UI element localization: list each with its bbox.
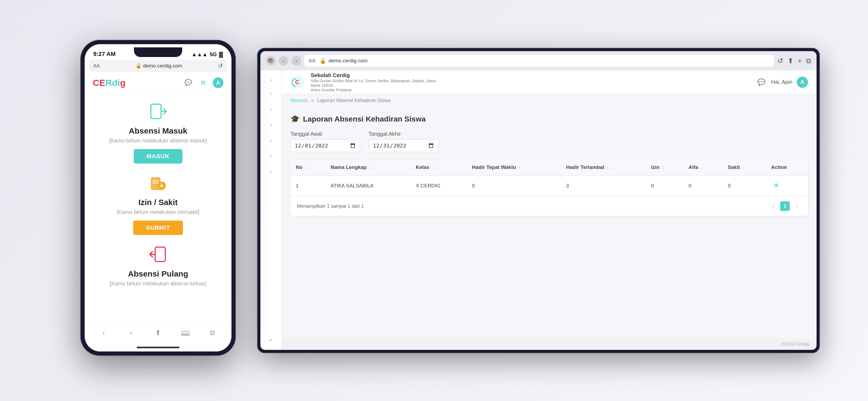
izin-sakit-subtitle: [Kamu belum melakukan izin/sakit] (93, 209, 223, 215)
sidebar-item-3[interactable]: › (265, 118, 278, 132)
phone-content: CERdig 💬 ⊞ A (85, 72, 231, 322)
phone-lock-icon: 🔒 (135, 63, 142, 69)
sidebar-item-siswa[interactable]: › (265, 149, 278, 163)
phone-nav-forward[interactable]: › (124, 326, 137, 340)
table-header-row: No ↕ Nama Lengkap ↕ Kelas ↕ Hadir Tepat … (290, 160, 808, 175)
phone-nav-back[interactable]: ‹ (97, 326, 111, 340)
battery-icon: ▓ (219, 52, 223, 58)
home-bar (136, 347, 180, 348)
breadcrumb-current: Laporan Absensi Kehadiran Siswa (317, 98, 391, 103)
phone-nav-tabs[interactable]: ⧉ (206, 326, 219, 340)
absensi-pulang-section: Absensi Pulang [Kamu belum melakukan abs… (93, 244, 223, 287)
col-action: Action (766, 160, 808, 175)
col-alfa: Alfa ↕ (683, 160, 722, 175)
filter-tanggal-awal-input[interactable] (290, 139, 360, 152)
pagination-prev[interactable]: ‹ (768, 201, 778, 211)
phone-url-bar[interactable]: 🔒 demo.cerdig.com (100, 63, 218, 69)
phone-avatar[interactable]: A (213, 77, 223, 88)
col-nama: Nama Lengkap ↕ (325, 160, 410, 175)
tablet-sidebar: ‹ › › › › › › ✓ (260, 70, 282, 350)
masuk-button[interactable]: MASUK (134, 149, 182, 164)
pagination-current-page[interactable]: 1 (780, 201, 790, 211)
table-row: 1 ATIKA SALSABILA X CERDIG 0 3 0 0 0 (290, 175, 808, 196)
sidebar-item-4[interactable]: › (265, 134, 278, 147)
network-badge: 5G (210, 52, 217, 58)
sort-nama-icon[interactable]: ↕ (369, 165, 371, 170)
tablet-add-tab-icon[interactable]: + (798, 57, 802, 65)
tablet-sidebar-toggle[interactable]: 📚 (266, 56, 275, 66)
phone-aa-label: AA (93, 63, 100, 69)
phone-nav-share[interactable]: ⬆ (151, 326, 165, 340)
tablet-tabs-icon[interactable]: ⧉ (806, 57, 811, 65)
cell-no: 1 (290, 175, 325, 196)
tablet-refresh-icon[interactable]: ↺ (777, 57, 783, 65)
breadcrumb-absensi[interactable]: Absensi (290, 98, 308, 103)
filter-tanggal-akhir-input[interactable] (369, 139, 438, 152)
data-table: No ↕ Nama Lengkap ↕ Kelas ↕ Hadir Tepat … (290, 160, 808, 196)
absensi-masuk-title: Absensi Masuk (93, 126, 223, 135)
phone-nav-bookmarks[interactable]: 📖 (179, 326, 192, 340)
tablet-top-right: 💬 Hai, Apin A (756, 76, 808, 88)
tablet-url-bar[interactable]: AA 🔒 demo.cerdig.com (304, 55, 774, 67)
phone-refresh-icon[interactable]: ↺ (218, 62, 223, 69)
izin-sakit-title: Izin / Sakit (93, 198, 223, 207)
tablet-share-icon[interactable]: ⬆ (787, 57, 794, 65)
sort-no-icon[interactable]: ↕ (305, 165, 307, 170)
tablet-forward-btn[interactable]: › (291, 56, 301, 66)
col-hadir-tepat: Hadir Tepat Waktu ↕ (467, 160, 561, 175)
school-address: Villa Durian Seribu Blok M 14, Duren Ser… (311, 78, 445, 88)
action-view-button[interactable]: 👁 (771, 180, 782, 191)
sidebar-collapse-btn[interactable]: ‹ (268, 75, 274, 85)
izin-sakit-section: Izin / Sakit [Kamu belum melakukan izin/… (93, 172, 223, 235)
sort-kelas-icon[interactable]: ↕ (432, 165, 434, 170)
tablet-page: 🎓 Laporan Absensi Kehadiran Siswa Tangga… (282, 107, 816, 339)
sort-hadir-terlambat-icon[interactable]: ↕ (607, 165, 609, 170)
pagination: ‹ 1 › (768, 201, 802, 211)
phone-whatsapp-icon[interactable]: 💬 (183, 77, 193, 88)
cerdig-logo-phone: CERdig (93, 78, 126, 88)
tablet-device: 📚 ‹ › AA 🔒 demo.cerdig.com ↺ ⬆ + ⧉ (257, 48, 820, 353)
filter-tanggal-akhir-label: Tanggal Akhir (369, 131, 438, 137)
cell-sakit: 0 (722, 175, 766, 196)
filter-tanggal-akhir: Tanggal Akhir (369, 131, 438, 152)
tablet-lock-icon: 🔒 (320, 58, 326, 64)
phone-browser-bar[interactable]: AA 🔒 demo.cerdig.com ↺ (89, 60, 227, 72)
filter-tanggal-awal-label: Tanggal Awal (290, 131, 360, 137)
school-info: Sekolah Cerdig Villa Durian Seribu Blok … (311, 72, 445, 92)
sort-izin-icon[interactable]: ↕ (662, 165, 664, 170)
page-title: Laporan Absensi Kehadiran Siswa (303, 115, 426, 124)
izin-sakit-icon (147, 172, 169, 194)
cell-izin: 0 (646, 175, 683, 196)
phone-status-right: ▲▲▲ 5G ▓ (191, 52, 223, 58)
hai-text: Hai, Apin (771, 79, 793, 85)
absensi-pulang-title: Absensi Pulang (93, 269, 223, 278)
sort-alfa-icon[interactable]: ↕ (701, 165, 703, 170)
sidebar-item-pelajaran[interactable]: › (265, 165, 278, 178)
tablet-browser-actions: ↺ ⬆ + ⧉ (777, 57, 811, 65)
absensi-pulang-subtitle: [Kamu belum melakukan absensi keluar] (93, 280, 223, 287)
phone-grid-icon[interactable]: ⊞ (198, 77, 209, 88)
cell-nama: ATIKA SALSABILA (325, 175, 410, 196)
sidebar-item-1[interactable]: › (265, 87, 278, 101)
sidebar-expand-bottom[interactable]: ✓ (267, 335, 275, 345)
phone-header: CERdig 💬 ⊞ A (93, 77, 223, 93)
table-container: No ↕ Nama Lengkap ↕ Kelas ↕ Hadir Tepat … (290, 160, 808, 216)
cerdig-logo-tablet: C (290, 75, 304, 89)
tablet-inner: 📚 ‹ › AA 🔒 demo.cerdig.com ↺ ⬆ + ⧉ (260, 51, 816, 350)
table-header: No ↕ Nama Lengkap ↕ Kelas ↕ Hadir Tepat … (290, 160, 808, 175)
tablet-top-bar: C Sekolah Cerdig Villa Durian Seribu Blo… (282, 70, 816, 94)
tablet-browser-bar: 📚 ‹ › AA 🔒 demo.cerdig.com ↺ ⬆ + ⧉ (260, 51, 816, 70)
tablet-whatsapp-icon[interactable]: 💬 (756, 77, 767, 88)
sidebar-item-2[interactable]: › (265, 103, 278, 116)
sort-hadir-tepat-icon[interactable]: ↕ (519, 165, 521, 170)
tablet-copyright: 2021© Cerdig (781, 341, 809, 347)
phone-header-icons: 💬 ⊞ A (183, 77, 223, 88)
cell-kelas: X CERDIG (410, 175, 467, 196)
sort-sakit-icon[interactable]: ↕ (742, 165, 744, 170)
tablet-back-btn[interactable]: ‹ (279, 56, 288, 66)
pagination-next[interactable]: › (792, 201, 802, 211)
table-showing-text: Menampilkan 1 sampai 1 dari 1 (297, 203, 364, 209)
tablet-avatar[interactable]: A (797, 76, 808, 88)
submit-button[interactable]: SUBMIT (133, 221, 183, 235)
svg-rect-0 (151, 104, 161, 119)
